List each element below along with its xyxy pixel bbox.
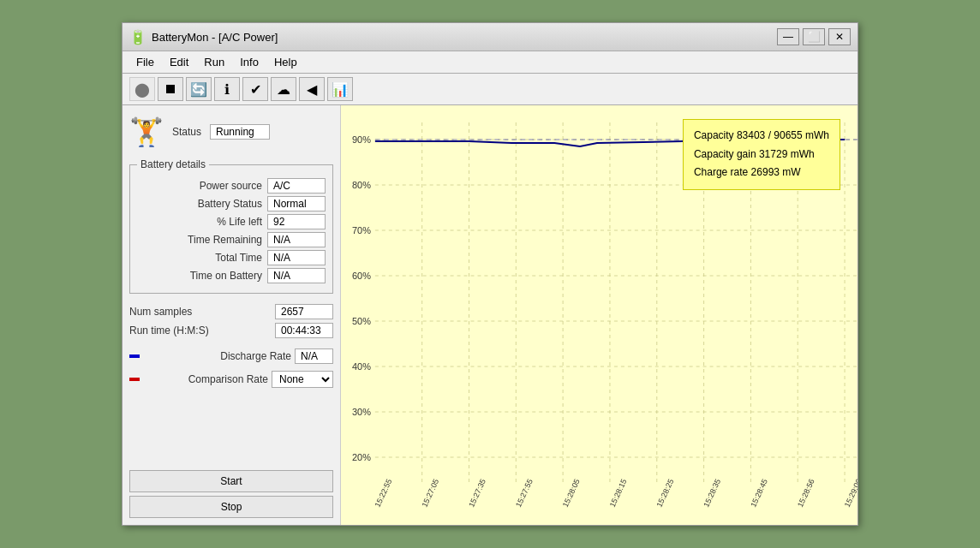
power-source-value: A/C <box>267 178 326 194</box>
svg-text:90%: 90% <box>352 134 371 145</box>
stat-row-num-samples: Num samples 2657 <box>129 304 333 319</box>
battery-icon: 🏋️ <box>129 116 164 148</box>
time-on-battery-label: Time on Battery <box>137 270 262 282</box>
title-bar-controls: — ⬜ ✕ <box>777 28 851 45</box>
chart-tooltip: Capacity 83403 / 90655 mWh Capacity gain… <box>683 119 840 190</box>
menu-help[interactable]: Help <box>267 53 304 71</box>
stat-row-run-time: Run time (H:M:S) 00:44:33 <box>129 323 333 338</box>
battery-details-group: Battery details Power source A/C Battery… <box>129 158 333 294</box>
status-row: 🏋️ Status Running <box>129 112 333 152</box>
detail-row-life-left: % Life left 92 <box>137 214 326 229</box>
life-left-label: % Life left <box>137 216 262 228</box>
menu-bar: File Edit Run Info Help <box>122 51 858 74</box>
menu-edit[interactable]: Edit <box>163 53 195 71</box>
tooltip-capacity: Capacity 83403 / 90655 mWh <box>694 127 829 146</box>
comparison-rate-row: Comparison Rate None Custom <box>129 371 333 388</box>
main-window: 🔋 BatteryMon - [A/C Power] — ⬜ ✕ File Ed… <box>122 22 858 526</box>
svg-text:40%: 40% <box>352 361 371 372</box>
detail-row-total-time: Total Time N/A <box>137 250 326 265</box>
svg-text:20%: 20% <box>352 452 371 462</box>
svg-text:50%: 50% <box>352 316 371 326</box>
detail-row-time-on-battery: Time on Battery N/A <box>137 268 326 283</box>
title-bar-left: 🔋 BatteryMon - [A/C Power] <box>129 29 278 45</box>
svg-text:70%: 70% <box>352 225 371 235</box>
time-remaining-value: N/A <box>267 232 326 247</box>
discharge-rate-indicator <box>129 351 140 361</box>
button-row: Start Stop <box>129 470 333 518</box>
tooltip-capacity-gain: Capacity gain 31729 mWh <box>694 146 829 164</box>
start-button[interactable]: Start <box>129 470 333 492</box>
time-on-battery-value: N/A <box>267 268 326 283</box>
run-time-label: Run time (H:M:S) <box>129 325 209 337</box>
detail-row-time-remaining: Time Remaining N/A <box>137 232 326 247</box>
restore-button[interactable]: ⬜ <box>803 28 825 45</box>
num-samples-label: Num samples <box>129 306 192 318</box>
toolbar-btn-cloud[interactable]: ☁ <box>271 77 296 101</box>
window-title: BatteryMon - [A/C Power] <box>152 31 278 44</box>
menu-run[interactable]: Run <box>197 53 231 71</box>
comparison-rate-label: Comparison Rate <box>143 373 268 385</box>
detail-row-power-source: Power source A/C <box>137 178 326 194</box>
power-source-label: Power source <box>137 180 262 192</box>
svg-text:30%: 30% <box>352 407 371 417</box>
comparison-rate-select[interactable]: None Custom <box>272 371 333 388</box>
menu-info[interactable]: Info <box>233 53 266 71</box>
svg-rect-0 <box>129 354 140 358</box>
battery-status-label: Battery Status <box>137 198 262 210</box>
total-time-label: Total Time <box>137 252 262 264</box>
discharge-rate-value: N/A <box>295 348 333 364</box>
battery-details-legend: Battery details <box>137 158 209 170</box>
toolbar: ⬤ ⏹ 🔄 ℹ ✔ ☁ ◀ 📊 <box>122 74 858 105</box>
tooltip-charge-rate: Charge rate 26993 mW <box>694 164 829 182</box>
app-icon: 🔋 <box>129 29 146 45</box>
stop-button[interactable]: Stop <box>129 496 333 518</box>
toolbar-btn-stop[interactable]: ⏹ <box>158 77 183 101</box>
life-left-value: 92 <box>267 214 326 229</box>
status-label: Status <box>172 126 201 138</box>
time-remaining-label: Time Remaining <box>137 234 262 246</box>
comparison-rate-indicator <box>129 374 140 384</box>
num-samples-value: 2657 <box>275 304 333 319</box>
svg-text:80%: 80% <box>352 180 371 190</box>
close-button[interactable]: ✕ <box>828 28 851 45</box>
discharge-rate-label: Discharge Rate <box>143 350 291 362</box>
toolbar-btn-circle[interactable]: ⬤ <box>129 77 155 101</box>
toolbar-btn-back[interactable]: ◀ <box>299 77 325 101</box>
svg-rect-1 <box>129 378 140 381</box>
stats-section: Num samples 2657 Run time (H:M:S) 00:44:… <box>129 301 333 342</box>
chart-area: 90% 80% 70% 60% 50% 40% 30% 20% 15:22:55… <box>341 105 858 525</box>
minimize-button[interactable]: — <box>777 28 799 45</box>
status-value: Running <box>210 124 270 140</box>
total-time-value: N/A <box>267 250 326 265</box>
run-time-value: 00:44:33 <box>275 323 333 338</box>
svg-text:60%: 60% <box>352 271 371 281</box>
toolbar-btn-info[interactable]: ℹ <box>214 77 240 101</box>
content-area: 🏋️ Status Running Battery details Power … <box>122 105 858 525</box>
battery-status-value: Normal <box>267 196 326 211</box>
toolbar-btn-refresh[interactable]: 🔄 <box>186 77 212 101</box>
toolbar-btn-check[interactable]: ✔ <box>242 77 268 101</box>
menu-file[interactable]: File <box>129 53 161 71</box>
detail-row-battery-status: Battery Status Normal <box>137 196 326 211</box>
discharge-rate-row: Discharge Rate N/A <box>129 348 333 364</box>
left-panel: 🏋️ Status Running Battery details Power … <box>122 105 341 525</box>
title-bar: 🔋 BatteryMon - [A/C Power] — ⬜ ✕ <box>122 23 858 51</box>
toolbar-btn-chart[interactable]: 📊 <box>327 77 353 101</box>
